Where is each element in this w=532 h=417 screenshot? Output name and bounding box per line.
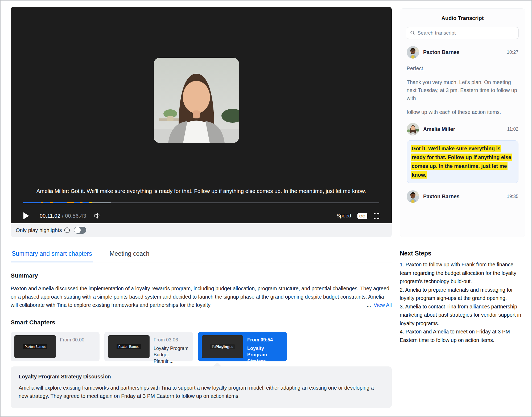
summary-ellipsis: ... xyxy=(367,302,371,308)
entry-timestamp: 11:02 xyxy=(507,126,519,132)
speaker-name: Paxton Barnes xyxy=(423,193,460,200)
closed-captions-button[interactable]: CC xyxy=(357,213,367,219)
chapter-detail-panel: Loyalty Program Strategy Discussion Amel… xyxy=(11,366,392,408)
chapter-thumbnail: Paxton Barnes xyxy=(14,335,56,358)
right-controls: Speed CC xyxy=(336,213,379,219)
chapter-meta: From 03:06 Loyalty Program Budget Planni… xyxy=(154,335,189,358)
thumbnail-name-tag: Paxton Barnes xyxy=(23,344,48,349)
chapter-title: Loyalty Program Strategy... xyxy=(247,345,283,364)
chapter-card-1[interactable]: Paxton Barnes From 00:00 xyxy=(11,332,100,361)
entry-timestamp: 19:35 xyxy=(507,194,518,199)
speed-button[interactable]: Speed xyxy=(336,213,351,219)
audio-transcript-panel: Audio Transcript xyxy=(400,9,525,237)
chapter-meta: From 09:54 Loyalty Program Strategy... xyxy=(247,335,283,358)
chapter-thumbnail: Paxton Barnes Playing xyxy=(202,335,243,358)
time-display: 00:11:02 / 00:56:43 xyxy=(40,213,86,219)
playing-status-label: Playing xyxy=(202,344,243,349)
highlighted-transcript-message[interactable]: Got it. We'll make sure everything is re… xyxy=(407,140,518,183)
play-button[interactable] xyxy=(23,212,29,219)
entry-timestamp: 10:27 xyxy=(507,49,518,55)
highlighted-text: Got it. We'll make sure everything is re… xyxy=(411,145,512,179)
transcript-paragraph: Perfect. xyxy=(407,64,518,72)
app-window: Amelia Miller: Got it. We'll make sure e… xyxy=(0,0,532,417)
transcript-entry[interactable]: Paxton Barnes 10:27 Perfect. Thank you v… xyxy=(407,46,518,116)
highlight-marker xyxy=(71,202,74,203)
chapter-start-time: From 03:06 xyxy=(154,337,189,343)
transcript-entry-header: Paxton Barnes 19:35 xyxy=(407,190,518,203)
next-steps-list: 1. Paxton to follow up with Frank from t… xyxy=(400,261,525,344)
video-caption: Amelia Miller: Got it. We'll make sure e… xyxy=(19,187,384,195)
chapter-cards: Paxton Barnes From 00:00 Paxton Barnes F… xyxy=(11,332,392,361)
view-all-link[interactable]: View All xyxy=(374,302,392,308)
avatar-amelia-miller xyxy=(407,123,419,135)
chapter-start-time: From 00:00 xyxy=(60,337,84,343)
chapter-title: Loyalty Program Budget Plannin... xyxy=(154,345,189,364)
summary-heading: Summary xyxy=(11,272,392,279)
transcript-paragraph: follow up with each of these action item… xyxy=(407,108,518,116)
total-duration: 00:56:43 xyxy=(65,213,86,219)
next-step-item: 3. Amelia to contact Tina from alliances… xyxy=(400,303,525,328)
highlights-toggle-label: Only play highlights xyxy=(16,227,62,233)
search-input[interactable] xyxy=(418,30,515,36)
video-player[interactable]: Amelia Miller: Got it. We'll make sure e… xyxy=(11,7,392,223)
summary-body: Paxton and Amelia discussed the implemen… xyxy=(11,286,389,308)
info-icon[interactable] xyxy=(64,227,70,233)
next-step-item: 1. Paxton to follow up with Frank from t… xyxy=(400,261,525,286)
view-all-line: ...View All xyxy=(364,301,392,309)
speaker-name: Amelia Miller xyxy=(423,126,455,132)
smart-chapters-heading: Smart Chapters xyxy=(11,319,392,326)
speaker-name: Paxton Barnes xyxy=(423,49,460,55)
chapter-card-2[interactable]: Paxton Barnes From 03:06 Loyalty Program… xyxy=(104,332,193,361)
playhead-marker[interactable] xyxy=(89,202,92,203)
toggle-knob xyxy=(74,227,81,233)
transcript-paragraph: Thank you very much. Let's plan. On meet… xyxy=(407,78,518,102)
highlights-toggle-row: Only play highlights xyxy=(11,223,392,237)
speaker-portrait-illustration xyxy=(154,58,239,143)
fullscreen-icon[interactable] xyxy=(374,213,379,219)
summary-text: Paxton and Amelia discussed the implemen… xyxy=(11,284,392,309)
side-column: Audio Transcript xyxy=(400,9,525,344)
transcript-entry-header: Paxton Barnes 10:27 xyxy=(407,46,518,59)
highlight-marker xyxy=(50,202,53,203)
highlight-marker xyxy=(41,202,43,203)
chapter-card-3-active[interactable]: Paxton Barnes Playing From 09:54 Loyalty… xyxy=(198,332,287,361)
transcript-search-box[interactable] xyxy=(407,27,518,39)
next-step-item: 4. Paxton and Amelia to meet on Friday a… xyxy=(400,328,525,344)
chapter-meta: From 00:00 xyxy=(60,335,84,358)
detail-caret xyxy=(213,362,222,371)
transcript-title: Audio Transcript xyxy=(407,15,518,21)
next-steps-section: Next Steps 1. Paxton to follow up with F… xyxy=(400,250,525,344)
main-column: Amelia Miller: Got it. We'll make sure e… xyxy=(11,7,392,408)
highlights-toggle-switch[interactable] xyxy=(74,227,86,234)
chapter-detail-body: Amelia will explore existing frameworks … xyxy=(19,384,384,400)
tab-summary-and-smart-chapters[interactable]: Summary and smart chapters xyxy=(11,250,93,262)
chapter-start-time: From 09:54 xyxy=(247,337,283,343)
chapter-detail-title: Loyalty Program Strategy Discussion xyxy=(19,374,384,380)
tab-bar: Summary and smart chapters Meeting coach xyxy=(11,250,392,262)
time-separator: / xyxy=(62,213,64,219)
next-step-item: 2. Amelia to prepare materials and messa… xyxy=(400,286,525,303)
progress-track[interactable] xyxy=(23,202,379,203)
transcript-entry[interactable]: Paxton Barnes 19:35 xyxy=(407,190,518,203)
thumbnail-name-tag: Paxton Barnes xyxy=(117,344,141,349)
chapter-thumbnail: Paxton Barnes xyxy=(108,335,150,358)
transcript-entry-header: Amelia Miller 11:02 xyxy=(407,123,518,135)
transcript-entry[interactable]: Amelia Miller 11:02 Got it. We'll make s… xyxy=(407,123,518,183)
highlight-marker xyxy=(80,202,83,203)
player-controls: 00:11:02 / 00:56:43 Speed CC xyxy=(23,210,379,222)
highlight-marker xyxy=(67,202,69,203)
tab-meeting-coach[interactable]: Meeting coach xyxy=(109,250,151,262)
search-icon xyxy=(410,30,415,36)
volume-icon[interactable] xyxy=(94,213,101,219)
next-steps-heading: Next Steps xyxy=(400,250,525,257)
avatar-paxton-barnes xyxy=(407,46,419,59)
current-time: 00:11:02 xyxy=(40,213,60,219)
avatar-paxton-barnes xyxy=(407,190,419,203)
speaker-video-tile xyxy=(154,58,239,143)
